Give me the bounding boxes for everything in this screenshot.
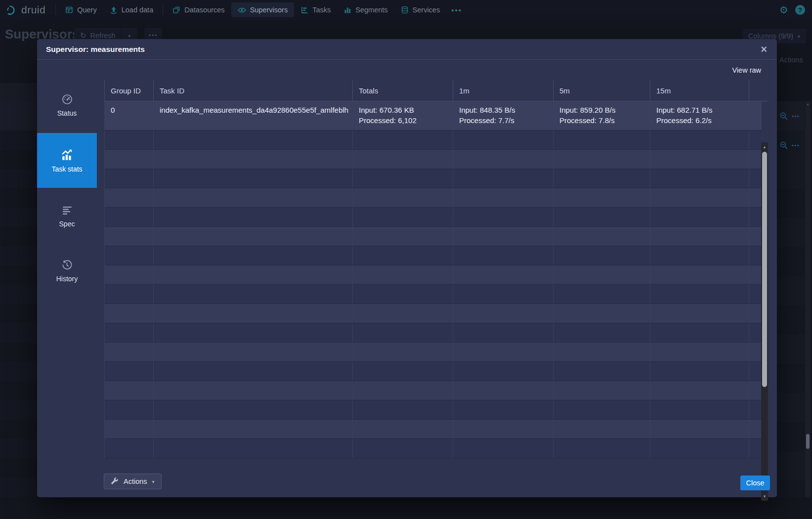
nav-item-supervisors[interactable]: Supervisors: [231, 2, 295, 17]
nav-item-label: Segments: [355, 6, 387, 14]
tab-spec[interactable]: Spec: [37, 196, 97, 237]
empty-cell: [650, 150, 749, 169]
spec-align-left-icon: [62, 205, 73, 216]
empty-cell: [353, 150, 453, 169]
table-empty-row: [105, 188, 762, 208]
table-row[interactable]: 0 index_kafka_measurements_da4a92860e55e…: [105, 101, 762, 130]
nav-item-label: Datasources: [184, 6, 224, 14]
gantt-icon: [300, 6, 308, 14]
actions-button[interactable]: Actions ▾: [104, 474, 162, 489]
nav-item-label: Services: [413, 6, 440, 14]
empty-cell: [154, 150, 353, 169]
nav-more-button[interactable]: •••: [446, 6, 467, 14]
scroll-up-icon[interactable]: ▲: [761, 143, 768, 151]
scroll-down-icon[interactable]: ▼: [761, 492, 768, 500]
empty-cell: [749, 150, 762, 169]
column-header-1m[interactable]: 1m: [453, 80, 554, 101]
nav-item-query[interactable]: Query: [59, 2, 103, 17]
empty-cell: [554, 343, 650, 361]
empty-cell: [554, 304, 650, 323]
caret-down-icon: ▾: [128, 33, 130, 39]
empty-cell: [650, 285, 749, 303]
table-empty-row: [105, 400, 762, 420]
table-empty-row: [105, 420, 762, 439]
empty-cell: [749, 285, 762, 303]
tab-label: Spec: [59, 220, 75, 228]
empty-cell: [353, 188, 453, 207]
15m-processed: Processed: 6.2/s: [656, 115, 743, 126]
empty-cell: [554, 439, 650, 458]
tab-label: History: [56, 275, 78, 283]
empty-cell: [453, 362, 554, 381]
empty-cell: [554, 169, 650, 188]
table-empty-row: [105, 323, 762, 343]
empty-cell: [453, 208, 554, 226]
close-icon[interactable]: ×: [759, 44, 769, 55]
column-header-totals[interactable]: Totals: [353, 80, 453, 101]
table-empty-row: [105, 362, 762, 381]
view-raw-link[interactable]: View raw: [732, 66, 761, 74]
empty-cell: [554, 246, 650, 265]
close-button[interactable]: Close: [740, 476, 770, 490]
empty-cell: [554, 420, 650, 438]
table-scrollbar[interactable]: ▲ ▼: [761, 142, 768, 501]
help-button[interactable]: ?: [795, 5, 805, 15]
magnifier-icon[interactable]: [779, 112, 788, 121]
status-gauge-icon: [61, 93, 73, 105]
row-more-icon[interactable]: •••: [792, 142, 800, 148]
empty-cell: [554, 381, 650, 400]
row-more-icon[interactable]: •••: [792, 113, 800, 119]
empty-cell: [353, 323, 453, 342]
empty-cell: [154, 439, 353, 458]
tab-status[interactable]: Status: [37, 85, 97, 126]
caret-down-icon: ▾: [798, 34, 800, 39]
empty-cell: [453, 285, 554, 303]
empty-cell: [453, 420, 554, 438]
table-empty-row: [105, 150, 762, 169]
table-empty-row: [105, 246, 762, 265]
empty-cell: [105, 150, 154, 169]
nav-item-tasks[interactable]: Tasks: [294, 2, 337, 17]
empty-cell: [650, 227, 749, 246]
background-scrollbar[interactable]: ▲: [805, 101, 811, 497]
background-scrollbar-thumb[interactable]: [806, 434, 810, 449]
empty-cell: [353, 343, 453, 361]
refresh-label: Refresh: [90, 32, 116, 40]
nav-item-load-data[interactable]: Load data: [103, 2, 160, 17]
background-row-actions: •••: [777, 130, 805, 160]
column-header-5m[interactable]: 5m: [554, 80, 650, 101]
empty-cell: [650, 343, 749, 361]
empty-cell: [353, 304, 453, 323]
column-header-group-id[interactable]: Group ID: [105, 80, 154, 101]
empty-cell: [154, 304, 353, 323]
nav-item-segments[interactable]: Segments: [337, 2, 394, 17]
empty-cell: [105, 169, 154, 188]
cell-task-id: index_kafka_measurements_da4a92860e55e5f…: [154, 101, 353, 130]
empty-cell: [154, 285, 353, 303]
nav-item-datasources[interactable]: Datasources: [166, 2, 231, 17]
5m-processed: Processed: 7.8/s: [559, 115, 644, 126]
tab-history[interactable]: History: [37, 251, 97, 291]
druid-logo[interactable]: druid: [6, 4, 52, 16]
empty-cell: [105, 265, 154, 284]
background-table-rows-left: [0, 130, 37, 497]
table-scrollbar-thumb[interactable]: [762, 152, 767, 387]
column-header-task-id[interactable]: Task ID: [154, 80, 353, 101]
actions-column-header: Actions: [779, 56, 803, 64]
nav-item-services[interactable]: Services: [394, 2, 447, 17]
empty-cell: [453, 304, 554, 323]
1m-input: Input: 848.35 B/s: [459, 105, 547, 115]
dialog-header: Supervisor: measurements ×: [37, 39, 777, 60]
empty-cell: [154, 381, 353, 400]
empty-cell: [749, 304, 762, 323]
magnifier-icon[interactable]: [779, 141, 788, 150]
empty-cell: [650, 130, 749, 149]
empty-cell: [453, 169, 554, 188]
table-empty-row: [105, 208, 762, 227]
tab-task-stats[interactable]: Task stats: [37, 133, 97, 188]
empty-cell: [353, 381, 453, 400]
background-table-rows-right: [777, 160, 805, 497]
settings-gear-icon[interactable]: ⚙: [779, 5, 788, 15]
empty-cell: [154, 343, 353, 361]
column-header-15m[interactable]: 15m: [650, 80, 749, 101]
